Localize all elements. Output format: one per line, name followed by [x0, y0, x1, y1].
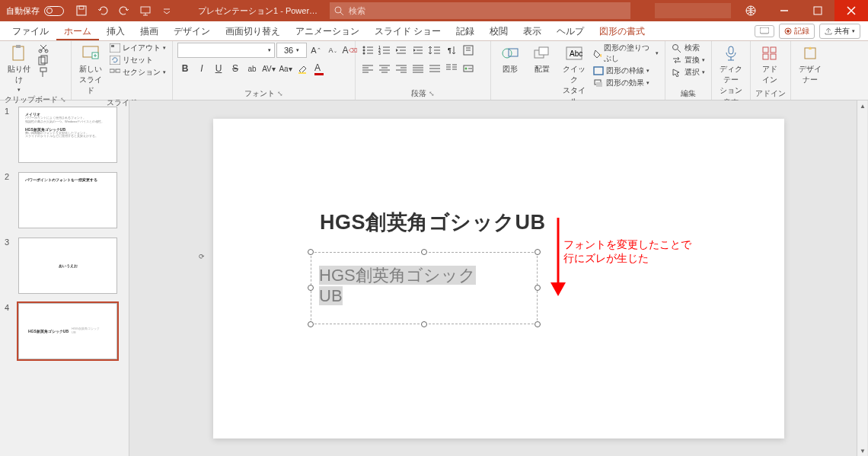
justify-button[interactable] — [410, 61, 426, 76]
slide-panel[interactable]: 1 メイリオ パワーポイントによく使用されるフォント。 視認性の高さが人気の一つ… — [0, 100, 129, 456]
text-direction-button[interactable]: ¶ — [444, 43, 459, 58]
tab-record[interactable]: 記録 — [448, 21, 482, 40]
indent-dec-button[interactable] — [394, 43, 409, 58]
thumb-2[interactable]: 2 パワーポイントのフォントを一括変更する — [5, 172, 124, 228]
addins-button[interactable]: アド イン — [755, 43, 784, 87]
tab-review[interactable]: 校閲 — [482, 21, 515, 40]
tab-transition[interactable]: 画面切り替え — [218, 21, 288, 40]
thumb-1[interactable]: 1 メイリオ パワーポイントによく使用されるフォント。 視認性の高さが人気の一つ… — [5, 107, 124, 163]
find-button[interactable]: 検索 — [670, 43, 707, 53]
tab-slideshow[interactable]: スライド ショー — [367, 21, 448, 40]
launcher-icon[interactable]: ⤡ — [429, 90, 435, 97]
maximize-button[interactable] — [801, 0, 834, 21]
resize-handle[interactable] — [535, 321, 541, 327]
arrange-button[interactable]: 配置 — [528, 43, 557, 76]
bold-button[interactable]: B — [177, 61, 193, 76]
scroll-up-icon[interactable]: ▲ — [857, 100, 868, 111]
increase-font-icon[interactable]: A⌃ — [308, 43, 324, 58]
record-button[interactable]: 記録 — [779, 24, 815, 39]
replace-button[interactable]: 置換▾ — [670, 55, 707, 65]
section-button[interactable]: セクション▾ — [108, 67, 168, 78]
textbox-content[interactable]: HGS創英角ゴシックUB — [311, 260, 537, 311]
new-slide-button[interactable]: 新しい スライド — [76, 43, 105, 97]
undo-icon[interactable] — [93, 2, 113, 20]
thumb-4[interactable]: 4 HGS創英角ゴシックUB HGS創英角ゴシック UB — [5, 303, 124, 359]
paste-button[interactable]: 貼り付け ▾ — [5, 43, 34, 94]
font-name-select[interactable]: ▾ — [177, 43, 275, 58]
selected-textbox[interactable]: ⟳ HGS創英角ゴシックUB — [311, 252, 538, 324]
designer-button[interactable]: デザイ ナー — [796, 43, 825, 87]
dictate-button[interactable]: ディクテー ション — [716, 43, 745, 97]
copy-button[interactable] — [37, 55, 50, 65]
font-size-select[interactable]: 36▾ — [276, 43, 307, 58]
launcher-icon[interactable]: ⤡ — [277, 90, 283, 97]
minimize-button[interactable] — [767, 0, 801, 21]
smartart-button[interactable] — [461, 61, 476, 76]
web-icon[interactable] — [734, 0, 767, 21]
resize-handle[interactable] — [535, 285, 541, 291]
align-left-button[interactable] — [360, 61, 375, 76]
tab-insert[interactable]: 挿入 — [99, 21, 132, 40]
shape-fill-button[interactable]: 図形の塗りつぶし▾ — [592, 43, 660, 64]
tab-view[interactable]: 表示 — [515, 21, 549, 40]
resize-handle[interactable] — [308, 249, 314, 255]
tab-design[interactable]: デザイン — [166, 21, 218, 40]
thumb-3[interactable]: 3 あいうえお — [5, 238, 124, 294]
redo-icon[interactable] — [114, 2, 134, 20]
font-color-button[interactable]: A — [311, 61, 327, 76]
share-button[interactable]: 共有▾ — [819, 24, 860, 39]
numbering-button[interactable]: 123 — [377, 43, 392, 58]
resize-handle[interactable] — [421, 321, 427, 327]
reset-button[interactable]: リセット — [108, 55, 168, 65]
qat-dropdown-icon[interactable] — [157, 2, 177, 20]
strike-button[interactable]: S — [228, 61, 243, 76]
resize-handle[interactable] — [308, 321, 314, 327]
layout-button[interactable]: レイアウト▾ — [108, 43, 168, 53]
decrease-font-icon[interactable]: A⌄ — [325, 43, 340, 58]
format-painter-button[interactable] — [37, 67, 50, 78]
tab-animation[interactable]: アニメーション — [288, 21, 367, 40]
close-button[interactable] — [834, 0, 868, 21]
bullets-button[interactable] — [360, 43, 375, 58]
cut-button[interactable] — [37, 43, 50, 53]
shadow-button[interactable]: ab — [244, 61, 260, 76]
align-text-button[interactable] — [461, 43, 476, 58]
vertical-scrollbar[interactable]: ▲ ▼ — [857, 100, 867, 456]
shape-outline-button[interactable]: 図形の枠線▾ — [592, 65, 660, 76]
align-right-button[interactable] — [394, 61, 409, 76]
shape-effect-button[interactable]: 図形の効果▾ — [592, 78, 660, 88]
save-icon[interactable] — [72, 2, 91, 20]
line-spacing-button[interactable] — [427, 43, 442, 58]
autosave-toggle[interactable]: 自動保存 — [0, 5, 70, 17]
shapes-button[interactable]: 図形 — [496, 43, 525, 76]
slide-heading[interactable]: HGS創英角ゴシックUB — [320, 209, 546, 236]
tab-shape-format[interactable]: 図形の書式 — [592, 21, 653, 40]
clear-format-icon[interactable]: A⌫ — [342, 43, 357, 58]
resize-handle[interactable] — [535, 249, 541, 255]
spacing-button[interactable]: AV▾ — [261, 61, 276, 76]
slide-editor[interactable]: HGS創英角ゴシックUB ⟳ HGS創英角ゴシックUB フォントを変更したこ — [129, 100, 868, 456]
columns-button[interactable] — [444, 61, 459, 76]
tab-file[interactable]: ファイル — [5, 21, 56, 40]
resize-handle[interactable] — [421, 249, 427, 255]
tab-draw[interactable]: 描画 — [132, 21, 166, 40]
comments-button[interactable] — [755, 25, 774, 37]
select-button[interactable]: 選択▾ — [670, 67, 707, 78]
align-center-button[interactable] — [377, 61, 392, 76]
tab-home[interactable]: ホーム — [56, 21, 99, 40]
distribute-button[interactable] — [427, 61, 442, 76]
resize-handle[interactable] — [308, 285, 314, 291]
case-button[interactable]: Aa▾ — [278, 61, 293, 76]
italic-button[interactable]: I — [194, 61, 209, 76]
slideshow-start-icon[interactable] — [136, 2, 155, 20]
launcher-icon[interactable]: ⤡ — [60, 96, 66, 104]
quickstyle-button[interactable]: Abcクイック スタイル — [560, 43, 589, 108]
user-account[interactable] — [655, 3, 731, 18]
underline-button[interactable]: U — [211, 61, 226, 76]
tab-help[interactable]: ヘルプ — [549, 21, 592, 40]
scroll-down-icon[interactable]: ▼ — [857, 445, 868, 456]
svg-rect-47 — [771, 47, 776, 53]
indent-inc-button[interactable] — [410, 43, 426, 58]
highlight-button[interactable] — [295, 61, 310, 76]
search-box[interactable]: 検索 — [330, 2, 630, 19]
